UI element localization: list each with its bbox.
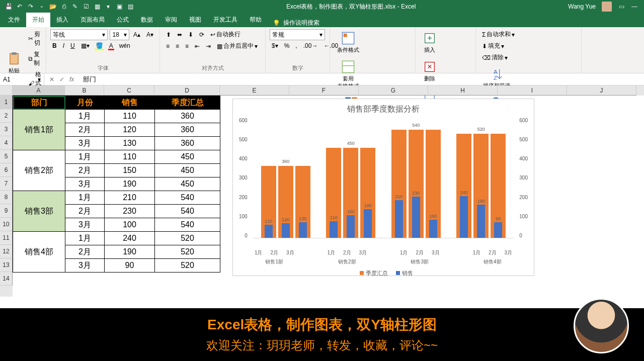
increase-indent-icon[interactable]: ⇥ xyxy=(204,42,213,51)
cell-dept4[interactable]: 销售4部 xyxy=(13,232,65,273)
bold-button[interactable]: B xyxy=(50,41,59,50)
cell-B8[interactable]: 1月 xyxy=(65,191,105,205)
cell-D5[interactable]: 450 xyxy=(155,150,220,164)
font-size-dropdown[interactable]: 18▾ xyxy=(110,29,129,40)
cell-D2[interactable]: 360 xyxy=(155,110,220,123)
cell-dept3[interactable]: 销售3部 xyxy=(13,191,65,232)
fill-button[interactable]: ⬇填充▾ xyxy=(480,41,517,51)
cut-button[interactable]: ✂剪切 xyxy=(26,29,43,48)
align-right-icon[interactable]: ≡ xyxy=(183,42,191,51)
cell-C1[interactable]: 销售 xyxy=(105,96,155,110)
row-header-10[interactable]: 10 xyxy=(0,218,13,231)
cell-C9[interactable]: 230 xyxy=(105,205,155,218)
decrease-font-icon[interactable]: A▾ xyxy=(144,30,155,39)
cell-dept2[interactable]: 销售2部 xyxy=(13,150,65,191)
row-header-12[interactable]: 12 xyxy=(0,245,13,258)
enter-icon[interactable]: ✓ xyxy=(59,76,64,83)
tab-help[interactable]: 帮助 xyxy=(244,13,268,27)
cell-C3[interactable]: 120 xyxy=(105,123,155,137)
col-header-G[interactable]: G xyxy=(359,85,428,96)
row-header-4[interactable]: 4 xyxy=(0,136,13,150)
number-format-dropdown[interactable]: 常规▾ xyxy=(270,29,325,40)
row-header-5[interactable]: 5 xyxy=(0,150,13,163)
cell-D7[interactable]: 450 xyxy=(155,177,220,191)
col-header-E[interactable]: E xyxy=(220,85,289,96)
align-left-icon[interactable]: ≡ xyxy=(164,42,172,51)
cell-B5[interactable]: 1月 xyxy=(65,150,105,164)
col-header-A[interactable]: A xyxy=(13,85,65,96)
row-header-8[interactable]: 8 xyxy=(0,191,13,204)
increase-decimal-icon[interactable]: .00→ xyxy=(301,41,320,50)
cell-C7[interactable]: 190 xyxy=(105,177,155,191)
cell-B3[interactable]: 2月 xyxy=(65,123,105,137)
name-box[interactable]: A1▾ xyxy=(0,73,44,85)
cancel-icon[interactable]: ✕ xyxy=(49,76,54,83)
cell-D11[interactable]: 520 xyxy=(155,232,220,245)
autosum-button[interactable]: Σ自动求和▾ xyxy=(480,29,517,40)
ribbon-display-icon[interactable]: ▭ xyxy=(618,3,625,10)
wrap-text-button[interactable]: ↩自动换行 xyxy=(208,29,243,40)
row-header-11[interactable]: 11 xyxy=(0,231,13,245)
cell-D13[interactable]: 520 xyxy=(155,259,220,273)
tab-layout[interactable]: 页面布局 xyxy=(74,13,111,27)
cell-D3[interactable]: 360 xyxy=(155,123,220,137)
cell-B10[interactable]: 3月 xyxy=(65,218,105,232)
tab-home[interactable]: 开始 xyxy=(26,13,50,27)
chart[interactable]: 销售部季度数据分析 6005004003002001000 6005004003… xyxy=(232,99,534,276)
conditional-format-button[interactable]: 条件格式 xyxy=(334,29,362,56)
tab-review[interactable]: 审阅 xyxy=(159,13,183,27)
cell-B11[interactable]: 1月 xyxy=(65,232,105,245)
font-name-dropdown[interactable]: 等线▾ xyxy=(50,29,108,40)
fill-color-button[interactable]: 🪣 xyxy=(94,41,105,50)
cell-B9[interactable]: 2月 xyxy=(65,205,105,218)
merge-button[interactable]: ▦合并后居中▾ xyxy=(215,41,260,51)
tab-developer[interactable]: 开发工具 xyxy=(207,13,244,27)
phonetic-button[interactable]: wén xyxy=(117,41,132,50)
font-color-button[interactable]: A xyxy=(107,41,115,50)
paste-button[interactable]: 粘贴 xyxy=(4,50,24,76)
percent-icon[interactable]: % xyxy=(282,41,292,50)
formula-input[interactable]: 部门 xyxy=(79,75,644,84)
italic-button[interactable]: I xyxy=(61,41,66,50)
tab-file[interactable]: 文件 xyxy=(2,13,26,27)
qat-icon-5[interactable]: ▣ xyxy=(116,3,123,10)
col-header-H[interactable]: H xyxy=(428,85,498,96)
col-header-I[interactable]: I xyxy=(498,85,567,96)
cell-C5[interactable]: 110 xyxy=(105,150,155,164)
cell-D10[interactable]: 540 xyxy=(155,218,220,232)
tab-data[interactable]: 数据 xyxy=(135,13,159,27)
new-icon[interactable]: ▫ xyxy=(38,3,45,10)
cell-C11[interactable]: 240 xyxy=(105,232,155,245)
open-icon[interactable]: 📂 xyxy=(49,3,56,10)
row-header-7[interactable]: 7 xyxy=(0,177,13,191)
col-header-J[interactable]: J xyxy=(567,85,636,96)
cell-C13[interactable]: 90 xyxy=(105,259,155,273)
col-header-F[interactable]: F xyxy=(289,85,359,96)
qat-icon-6[interactable]: ▤ xyxy=(127,3,134,10)
user-avatar-icon[interactable] xyxy=(602,2,612,12)
border-button[interactable]: ▦▾ xyxy=(79,41,92,50)
row-header-3[interactable]: 3 xyxy=(0,123,13,136)
align-middle-icon[interactable]: ⬌ xyxy=(175,30,184,39)
qat-icon-1[interactable]: ✎ xyxy=(71,3,78,10)
cell-B2[interactable]: 1月 xyxy=(65,110,105,123)
row-header-14[interactable]: 14 xyxy=(0,272,13,286)
tab-formulas[interactable]: 公式 xyxy=(111,13,135,27)
row-header-2[interactable]: 2 xyxy=(0,109,13,123)
cell-C2[interactable]: 110 xyxy=(105,110,155,123)
qat-icon-2[interactable]: ☑ xyxy=(83,3,90,10)
cell-B7[interactable]: 3月 xyxy=(65,177,105,191)
cell-D12[interactable]: 520 xyxy=(155,245,220,259)
row-header-13[interactable]: 13 xyxy=(0,258,13,272)
insert-cells-button[interactable]: +插入 xyxy=(420,29,440,56)
decrease-indent-icon[interactable]: ⇤ xyxy=(193,42,202,51)
cell-D4[interactable]: 360 xyxy=(155,137,220,150)
copy-button[interactable]: ⧉复制 xyxy=(26,49,43,68)
align-top-icon[interactable]: ⬆ xyxy=(164,30,173,39)
clear-button[interactable]: ⌫清除▾ xyxy=(480,52,517,63)
orientation-icon[interactable]: ⟳ xyxy=(197,30,206,39)
row-header-6[interactable]: 6 xyxy=(0,163,13,177)
cell-B1[interactable]: 月份 xyxy=(65,96,105,110)
align-bottom-icon[interactable]: ⬇ xyxy=(186,30,195,39)
cell-B4[interactable]: 3月 xyxy=(65,137,105,150)
